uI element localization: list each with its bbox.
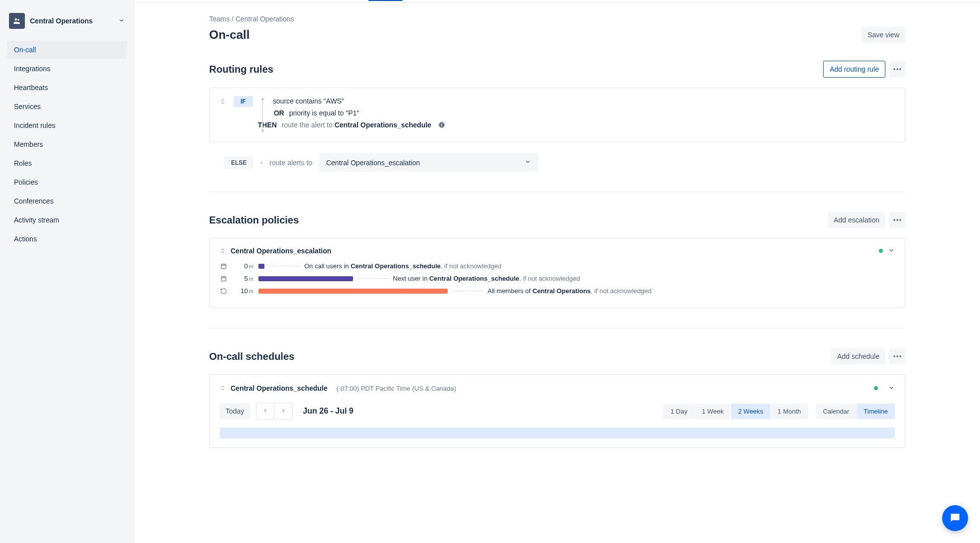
chevron-down-icon xyxy=(118,17,125,25)
svg-point-4 xyxy=(899,68,901,70)
else-text: route alerts to xyxy=(269,159,312,167)
date-range: Jun 26 - Jul 9 xyxy=(303,407,353,416)
else-target-select[interactable]: Central Operations_escalation xyxy=(319,153,538,172)
top-tab-indicator xyxy=(134,0,980,3)
svg-rect-15 xyxy=(221,276,226,281)
routing-rule-card[interactable]: IF source contains "AWS" OR priority is … xyxy=(209,88,905,142)
rule-condition-1: source contains "AWS" xyxy=(273,97,344,105)
calendar-icon xyxy=(220,275,228,282)
main: Teams / Central Operations On-call Save … xyxy=(134,0,980,543)
breadcrumb: Teams / Central Operations xyxy=(209,15,905,23)
sidebar-item-conferences[interactable]: Conferences xyxy=(7,192,127,210)
escalation-heading: Escalation policies xyxy=(209,215,299,226)
sidebar-item-members[interactable]: Members xyxy=(7,135,127,153)
calendar-icon xyxy=(220,263,228,270)
rule-condition-2: priority is equal to "P1" xyxy=(289,109,360,117)
svg-point-2 xyxy=(894,68,895,70)
routing-rules-heading: Routing rules xyxy=(209,64,273,75)
escalation-bar xyxy=(258,276,353,281)
sidebar-item-incident-rules[interactable]: Incident rules xyxy=(7,116,127,134)
chat-fab[interactable] xyxy=(942,505,968,531)
svg-point-21 xyxy=(899,355,901,357)
breadcrumb-current[interactable]: Central Operations xyxy=(236,15,294,23)
span-1-day[interactable]: 1 Day xyxy=(663,404,695,419)
rule-then-text: route the alert to Central Operations_sc… xyxy=(282,121,431,129)
sidebar-nav: On-callIntegrationsHeartbeatsServicesInc… xyxy=(7,41,127,248)
prev-button[interactable] xyxy=(256,403,274,419)
sidebar-item-integrations[interactable]: Integrations xyxy=(7,60,127,78)
view-segmented: CalendarTimeline xyxy=(816,404,895,419)
escalation-bar xyxy=(258,289,448,294)
svg-point-8 xyxy=(894,219,895,220)
breadcrumb-root[interactable]: Teams xyxy=(209,15,230,23)
escalation-step: 0mOn call users in Central Operations_sc… xyxy=(220,262,895,270)
view-calendar[interactable]: Calendar xyxy=(816,404,857,419)
escalation-time: 5m xyxy=(233,275,253,282)
svg-point-19 xyxy=(894,355,895,357)
svg-point-0 xyxy=(15,18,17,21)
page-title: On-call xyxy=(209,28,249,42)
svg-point-9 xyxy=(896,219,898,220)
else-target-value: Central Operations_escalation xyxy=(326,159,420,167)
repeat-icon xyxy=(220,288,228,295)
sidebar-item-heartbeats[interactable]: Heartbeats xyxy=(7,79,127,97)
save-view-button[interactable]: Save view xyxy=(861,27,905,43)
team-selector[interactable]: Central Operations xyxy=(7,10,127,32)
chevron-down-icon xyxy=(524,158,531,167)
span-2-weeks[interactable]: 2 Weeks xyxy=(731,404,770,419)
team-icon xyxy=(9,13,25,29)
dotted-connector xyxy=(453,291,483,291)
timeline-strip[interactable] xyxy=(220,428,895,438)
add-escalation-button[interactable]: Add escalation xyxy=(828,212,885,228)
escalation-time: 0m xyxy=(233,262,253,270)
chevron-down-icon[interactable] xyxy=(888,384,895,393)
info-icon[interactable] xyxy=(438,121,445,128)
escalation-more-button[interactable] xyxy=(889,212,905,228)
svg-point-10 xyxy=(899,219,901,220)
sidebar-item-activity-stream[interactable]: Activity stream xyxy=(7,211,127,229)
next-button[interactable] xyxy=(274,403,292,419)
escalation-description: On call users in Central Operations_sche… xyxy=(304,262,501,270)
sidebar-item-roles[interactable]: Roles xyxy=(7,154,127,172)
escalation-description: All members of Central Operations, if no… xyxy=(488,287,651,295)
svg-rect-6 xyxy=(442,124,442,126)
sidebar-item-actions[interactable]: Actions xyxy=(7,230,127,248)
rule-or-label: OR xyxy=(274,109,284,117)
separator-dot xyxy=(260,162,262,164)
drag-handle-icon[interactable] xyxy=(220,246,226,255)
sidebar-item-services[interactable]: Services xyxy=(7,98,127,115)
svg-rect-11 xyxy=(221,264,226,268)
today-button[interactable]: Today xyxy=(220,403,250,419)
add-routing-rule-button[interactable]: Add routing rule xyxy=(823,61,885,78)
schedules-heading: On-call schedules xyxy=(209,351,294,362)
view-timeline[interactable]: Timeline xyxy=(857,404,895,419)
add-schedule-button[interactable]: Add schedule xyxy=(831,348,885,364)
escalation-policy-name: Central Operations_escalation xyxy=(231,247,874,255)
sidebar-item-policies[interactable]: Policies xyxy=(7,173,127,191)
schedule-timezone: (-07:00) PDT Pacific Time (US & Canada) xyxy=(337,385,456,392)
sidebar-item-on-call[interactable]: On-call xyxy=(7,41,127,59)
chevron-down-icon[interactable] xyxy=(888,247,895,255)
schedule-name: Central Operations_schedule xyxy=(231,384,328,392)
svg-point-20 xyxy=(896,355,898,357)
schedules-more-button[interactable] xyxy=(889,348,905,364)
span-1-month[interactable]: 1 Month xyxy=(771,404,808,419)
escalation-bar xyxy=(258,264,264,269)
team-name: Central Operations xyxy=(30,16,118,25)
dotted-connector xyxy=(269,266,299,266)
span-segmented: 1 Day1 Week2 Weeks1 Month xyxy=(663,404,808,419)
drag-handle-icon[interactable] xyxy=(220,97,226,133)
drag-handle-icon[interactable] xyxy=(220,384,226,393)
escalation-description: Next user in Central Operations_schedule… xyxy=(393,275,580,282)
sidebar: Central Operations On-callIntegrationsHe… xyxy=(0,0,134,543)
span-1-week[interactable]: 1 Week xyxy=(695,404,731,419)
schedule-card: Central Operations_schedule (-07:00) PDT… xyxy=(209,374,905,448)
escalation-time: 10m xyxy=(233,287,253,295)
status-dot xyxy=(879,249,883,253)
escalation-card[interactable]: Central Operations_escalation 0mOn call … xyxy=(209,238,905,308)
routing-more-button[interactable] xyxy=(889,61,905,77)
escalation-step: 10mAll members of Central Operations, if… xyxy=(220,287,895,295)
svg-rect-7 xyxy=(442,123,442,124)
if-chip: IF xyxy=(234,96,253,107)
svg-point-1 xyxy=(17,19,19,21)
